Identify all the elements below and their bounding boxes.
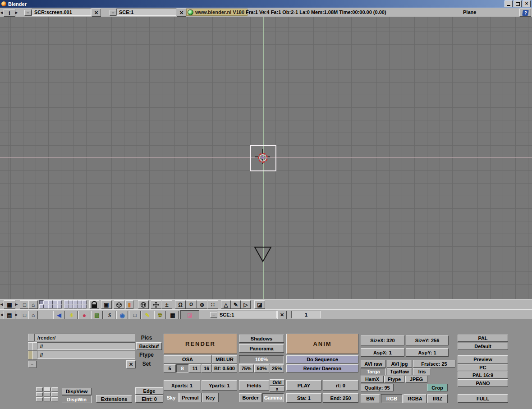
pencil-icon[interactable]: ✎ bbox=[231, 300, 241, 309]
layer-button[interactable] bbox=[78, 304, 82, 308]
lock-layers-icon[interactable] bbox=[89, 300, 99, 309]
backbuf-path-field[interactable]: // bbox=[37, 342, 135, 350]
pal-preset-button[interactable]: PAL bbox=[458, 335, 508, 342]
3d-viewport[interactable] bbox=[0, 17, 532, 299]
rgba-toggle[interactable]: RGBA bbox=[404, 394, 427, 403]
targa-toggle[interactable]: Targa bbox=[361, 368, 386, 375]
layer-button[interactable] bbox=[82, 300, 87, 304]
anim-button[interactable]: ANIM bbox=[286, 334, 358, 354]
restore-button[interactable] bbox=[514, 0, 522, 7]
pal169-preset-button[interactable]: PAL 16:9 bbox=[458, 372, 508, 379]
layer-button[interactable] bbox=[69, 300, 73, 304]
quality-field[interactable]: Quality: 95 bbox=[361, 384, 394, 391]
ftype-path-field[interactable]: // bbox=[37, 351, 135, 359]
lamp-buttons-icon[interactable]: ◀ bbox=[53, 311, 65, 320]
fields-toggle[interactable]: Fields bbox=[239, 380, 269, 391]
layer-button[interactable] bbox=[48, 304, 53, 308]
blur-factor-field[interactable]: Bf: 0.500 bbox=[212, 364, 237, 372]
key-toggle[interactable]: Key bbox=[202, 393, 219, 402]
tgaraw-toggle[interactable]: TgaRaw bbox=[387, 368, 412, 375]
play-button[interactable]: PLAY bbox=[286, 380, 321, 391]
layer-button[interactable] bbox=[64, 304, 69, 308]
plus-minus-icon[interactable]: ± bbox=[161, 300, 172, 309]
iriz-toggle[interactable]: IRIZ bbox=[427, 394, 448, 403]
gamma-toggle[interactable]: Gamma bbox=[262, 393, 284, 402]
display-mode-button[interactable] bbox=[44, 392, 50, 396]
window-edge-arrow[interactable]: ▸ bbox=[15, 302, 18, 307]
render-daemon-toggle[interactable]: Render Daemon bbox=[286, 364, 358, 372]
translate-icon[interactable] bbox=[151, 300, 161, 309]
layer-button[interactable] bbox=[53, 300, 57, 304]
close-button[interactable]: ✕ bbox=[523, 0, 531, 7]
pics-path-field[interactable]: /render/ bbox=[34, 334, 135, 341]
end-frame-field[interactable]: End: 250 bbox=[323, 393, 358, 403]
dispwin-toggle[interactable]: DispWin bbox=[62, 395, 92, 403]
layer-button[interactable] bbox=[73, 304, 78, 308]
layer-button[interactable] bbox=[57, 304, 62, 308]
fullscreen-icon[interactable]: □ bbox=[20, 311, 29, 319]
window-type-button[interactable]: i bbox=[4, 9, 15, 17]
layer-button[interactable] bbox=[82, 304, 87, 308]
paint-buttons-icon[interactable]: ✎ bbox=[142, 311, 153, 320]
display-mode-button[interactable] bbox=[44, 397, 50, 401]
layer-buttons[interactable] bbox=[64, 300, 87, 308]
scene-delete-button[interactable]: ✕ bbox=[177, 9, 186, 17]
sun-light-icon[interactable]: ☀ bbox=[66, 311, 78, 320]
proportional-edit-icon[interactable]: ▷ bbox=[241, 300, 251, 309]
size-75-toggle[interactable]: 75% bbox=[239, 364, 254, 372]
crop-toggle[interactable]: Crop bbox=[427, 384, 448, 391]
radiosity-buttons-icon[interactable]: ☢ bbox=[154, 311, 166, 320]
pics-browse-chip[interactable] bbox=[28, 334, 34, 341]
home-view-icon[interactable]: ⌂ bbox=[28, 311, 38, 319]
layer-button[interactable] bbox=[64, 300, 69, 304]
window-edge-arrow[interactable]: ◂ bbox=[0, 302, 3, 307]
display-mode-button[interactable] bbox=[36, 397, 43, 401]
rgb-toggle[interactable]: RGB bbox=[381, 394, 403, 403]
osa-8-button[interactable]: 8 bbox=[176, 364, 188, 372]
start-frame-field[interactable]: Sta: 1 bbox=[286, 393, 321, 403]
edit-buttons-icon[interactable]: □ bbox=[129, 311, 141, 320]
window-edge-arrow[interactable]: ▸ bbox=[15, 312, 18, 317]
preview-preset-button[interactable]: Preview bbox=[458, 355, 508, 363]
window-edge-arrow[interactable]: ◂ bbox=[0, 312, 3, 317]
current-frame-field[interactable]: 1 bbox=[291, 311, 321, 318]
jpeg-toggle[interactable]: JPEG bbox=[405, 376, 427, 383]
mblur-toggle[interactable]: MBLUR bbox=[212, 355, 237, 363]
yparts-field[interactable]: Yparts: 1 bbox=[202, 380, 237, 391]
set-scene-clear-button[interactable]: ✕ bbox=[126, 360, 136, 368]
layer-button[interactable] bbox=[39, 300, 44, 304]
layer-button[interactable] bbox=[44, 300, 48, 304]
layer-button[interactable] bbox=[44, 304, 48, 308]
dispview-toggle[interactable]: DispView bbox=[62, 388, 92, 395]
draw-mode-cube-icon[interactable] bbox=[114, 300, 124, 309]
texture-buttons-icon[interactable]: ▨ bbox=[91, 311, 103, 320]
full-preset-button[interactable]: FULL bbox=[458, 394, 508, 403]
xparts-field[interactable]: Xparts: 1 bbox=[164, 380, 200, 391]
render-preview-icon[interactable]: ◪ bbox=[254, 300, 265, 309]
scene-delete-button[interactable]: ✕ bbox=[277, 311, 287, 319]
display-mode-button[interactable] bbox=[51, 387, 58, 391]
world-buttons-icon[interactable]: ◉ bbox=[116, 311, 128, 320]
display-mode-button[interactable] bbox=[36, 392, 43, 396]
osa-5-button[interactable]: 5 bbox=[164, 364, 176, 372]
sizey-field[interactable]: SizeY: 256 bbox=[406, 335, 449, 345]
aspx-field[interactable]: AspX: 1 bbox=[361, 348, 404, 357]
rotate-view-icon[interactable]: Ω bbox=[175, 300, 186, 309]
do-sequence-toggle[interactable]: Do Sequence bbox=[286, 355, 358, 363]
window-edge-arrow[interactable]: ◂ bbox=[0, 10, 3, 15]
odd-fields-toggle[interactable]: Odd bbox=[270, 379, 284, 386]
rt-field[interactable]: rt: 0 bbox=[323, 380, 358, 391]
default-preset-button[interactable]: Default bbox=[458, 343, 508, 350]
hamx-toggle[interactable]: HamX bbox=[361, 376, 384, 383]
render-buttons-icon[interactable]: ◪ bbox=[180, 310, 199, 320]
scene-menu-collapse-button[interactable]: − bbox=[210, 312, 217, 318]
scene-menu-collapse-button[interactable]: − bbox=[110, 10, 117, 16]
avi-raw-toggle[interactable]: AVI raw bbox=[361, 360, 386, 368]
panorama-toggle[interactable]: Panorama bbox=[239, 344, 284, 353]
shadows-toggle[interactable]: Shadows bbox=[239, 335, 284, 343]
edge-toggle[interactable]: Edge bbox=[135, 387, 163, 395]
layer-button[interactable] bbox=[48, 300, 53, 304]
sizex-field[interactable]: SizeX: 320 bbox=[361, 335, 404, 345]
layer-button[interactable] bbox=[69, 304, 73, 308]
layer-button[interactable] bbox=[53, 304, 57, 308]
